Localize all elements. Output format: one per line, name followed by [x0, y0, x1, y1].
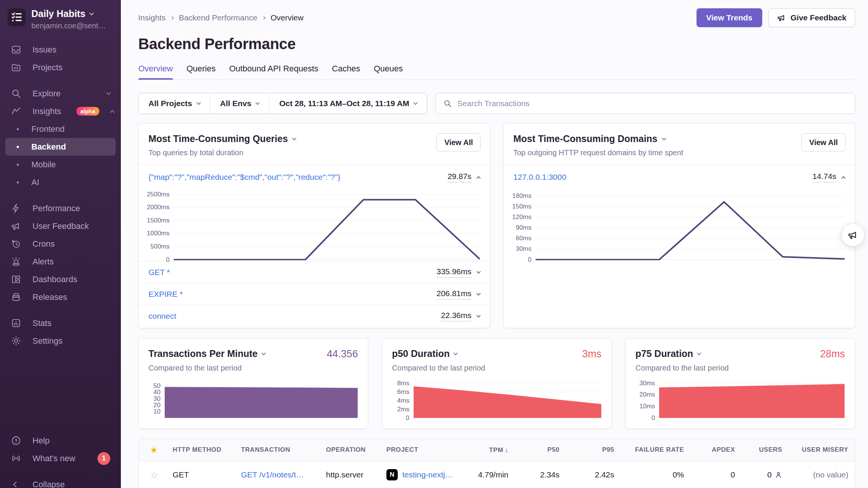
query-duration-toggle[interactable]: 206.81ms [437, 289, 480, 300]
chart-line [174, 200, 480, 260]
query-link[interactable]: GET * [148, 268, 170, 277]
alpha-badge: alpha [76, 107, 99, 116]
column-header-operation[interactable]: Operation [326, 446, 386, 454]
y-axis-label: 2ms [397, 406, 409, 412]
p75-title-dropdown[interactable]: p75 Duration [635, 348, 701, 359]
sidebar-item-label: Projects [32, 63, 62, 73]
panel-title: Transactions Per Minute [148, 348, 258, 359]
svg-text:?: ? [14, 438, 17, 444]
column-header-tpm[interactable]: TPM↓ [466, 446, 508, 454]
breadcrumb-insights[interactable]: Insights [138, 13, 165, 22]
project-link[interactable]: testing-nextj… [402, 470, 453, 479]
sidebar-item-user-feedback[interactable]: User Feedback [0, 217, 121, 235]
sidebar-item-ai[interactable]: AI [0, 173, 121, 191]
chevron-up-icon [110, 110, 115, 115]
give-feedback-button[interactable]: Give Feedback [768, 8, 855, 27]
sidebar-item-whats-new[interactable]: What's new 1 [0, 449, 121, 467]
chart-area [659, 385, 845, 418]
p50-title-dropdown[interactable]: p50 Duration [392, 348, 457, 359]
chevron-down-icon [697, 351, 701, 355]
chevron-up-icon [841, 176, 845, 180]
sidebar-item-alerts[interactable]: Alerts [0, 253, 121, 270]
org-switcher[interactable]: Daily Habits benjamin.coe@sent… [0, 0, 121, 30]
query-duration-toggle[interactable]: 335.96ms [437, 267, 480, 278]
sidebar-item-performance[interactable]: Performance [0, 199, 121, 217]
tab-overview[interactable]: Overview [138, 64, 173, 79]
p50-panel: p50 Duration 3ms Compared to the last pe… [382, 338, 612, 429]
feedback-fab[interactable] [841, 223, 865, 247]
y-axis-label: 20ms [639, 391, 655, 398]
sidebar-item-label: Crons [32, 239, 55, 249]
column-header-project[interactable]: Project [386, 446, 466, 454]
panel-subtitle: Compared to the last period [635, 364, 845, 372]
domain-link[interactable]: 127.0.0.1:3000 [513, 173, 566, 182]
column-header-apdex[interactable]: Apdex [684, 446, 735, 454]
users-cell: 0 [735, 470, 782, 479]
query-link[interactable]: {"map":"?","mapReduce":"$cmd","out":"?",… [148, 173, 340, 182]
sidebar-item-crons[interactable]: Crons [0, 235, 121, 253]
y-axis-label: 2000ms [147, 204, 170, 210]
tab-queues[interactable]: Queues [374, 64, 403, 79]
transaction-link[interactable]: GET /v1/notes/t… [241, 470, 304, 479]
y-axis-label: 90ms [516, 224, 531, 231]
queries-view-all-button[interactable]: View All [436, 133, 481, 151]
chevron-up-icon [476, 176, 480, 180]
search-box [436, 93, 855, 114]
query-link[interactable]: EXPIRE * [148, 290, 183, 299]
sidebar-item-issues[interactable]: Issues [0, 41, 121, 59]
column-header-failure-rate[interactable]: Failure Rate [614, 446, 684, 454]
column-header-p50[interactable]: P50 [508, 446, 559, 454]
sidebar-collapse-button[interactable]: Collapse [0, 476, 121, 488]
gear-icon [11, 336, 21, 346]
sidebar-item-frontend[interactable]: Frontend [0, 120, 121, 138]
chart-area [414, 387, 601, 418]
tpm-title-dropdown[interactable]: Transactions Per Minute [148, 348, 265, 359]
date-range-filter[interactable]: Oct 28, 11:13 AM–Oct 28, 11:19 AM [269, 93, 427, 114]
sidebar-item-mobile[interactable]: Mobile [0, 156, 121, 173]
search-input[interactable] [457, 99, 847, 108]
sidebar-item-dashboards[interactable]: Dashboards [0, 270, 121, 288]
sidebar-item-backend[interactable]: Backend [5, 138, 116, 156]
sidebar-item-help[interactable]: ? Help [0, 432, 121, 449]
sidebar-item-stats[interactable]: Stats [0, 314, 121, 332]
query-duration-toggle[interactable]: 29.87s [448, 172, 480, 182]
nextjs-logo-icon: N [386, 469, 398, 480]
query-duration-toggle[interactable]: 22.36ms [441, 311, 480, 321]
chevron-down-icon [196, 100, 201, 105]
transactions-per-minute-svg [164, 379, 358, 419]
page-title: Backend Performance [138, 36, 855, 53]
column-header-users[interactable]: Users [735, 446, 782, 454]
chevron-left-icon [11, 482, 21, 486]
domains-panel-title-dropdown[interactable]: Most Time-Consuming Domains [513, 133, 683, 144]
domain-duration-toggle[interactable]: 14.74s [812, 172, 845, 182]
sidebar-item-releases[interactable]: Releases [0, 288, 121, 306]
domains-view-all-button[interactable]: View All [801, 133, 846, 151]
queries-panel-title-dropdown[interactable]: Most Time-Consuming Queries [148, 133, 296, 144]
column-header-transaction[interactable]: Transaction [241, 446, 326, 454]
star-outline-icon[interactable]: ☆ [139, 469, 173, 480]
sidebar-item-label: Settings [32, 336, 63, 346]
column-header-http-method[interactable]: HTTP Method [173, 446, 241, 454]
p75-chart: 30ms20ms10ms0 [635, 379, 845, 419]
tab-queries[interactable]: Queries [187, 64, 216, 79]
sidebar-item-projects[interactable]: Projects [0, 59, 121, 76]
column-header-p95[interactable]: P95 [559, 446, 614, 454]
star-filled-icon[interactable]: ★ [139, 445, 173, 455]
sidebar-item-settings[interactable]: Settings [0, 332, 121, 350]
sidebar-footer: ? Help What's new 1 Collapse [0, 432, 121, 488]
clock-icon [11, 239, 21, 249]
tab-caches[interactable]: Caches [332, 64, 360, 79]
column-header-user-misery[interactable]: User Misery [782, 446, 848, 454]
sidebar: Daily Habits benjamin.coe@sent… Issues P… [0, 0, 121, 488]
y-axis-label: 20 [153, 402, 161, 408]
chevron-down-icon [476, 313, 480, 317]
project-filter[interactable]: All Projects [139, 93, 210, 114]
query-link[interactable]: connect [148, 312, 176, 321]
breadcrumb-backend-performance[interactable]: Backend Performance [179, 13, 257, 22]
environment-filter[interactable]: All Envs [210, 93, 269, 114]
y-axis-label: 40 [153, 389, 161, 395]
tab-outbound-api-requests[interactable]: Outbound API Requests [229, 64, 318, 79]
view-trends-button[interactable]: View Trends [697, 8, 762, 27]
sidebar-item-insights[interactable]: Insights alpha [0, 102, 121, 120]
sidebar-item-explore[interactable]: Explore [0, 85, 121, 102]
